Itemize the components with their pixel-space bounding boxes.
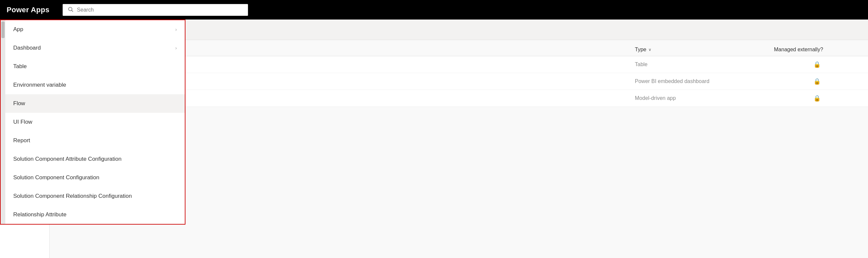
main-layout: + New ∨ Solutions Disp Acco All a My a A…: [0, 20, 868, 258]
search-input[interactable]: [77, 7, 243, 13]
lock-icon-2: 🔒: [813, 78, 820, 85]
row-managed-1: 🔒: [774, 61, 860, 68]
dropdown-item-ui-flow[interactable]: UI Flow: [5, 113, 185, 131]
svg-point-0: [68, 7, 72, 11]
search-box[interactable]: [63, 4, 248, 16]
dropdown-item-sol-comp-config[interactable]: Solution Component Configuration: [5, 169, 185, 187]
dropdown-item-report[interactable]: Report: [5, 131, 185, 150]
search-icon: [67, 6, 73, 13]
chevron-right-icon: ›: [175, 27, 177, 32]
app-title: Power Apps: [7, 6, 49, 14]
dropdown-content: App › Dashboard › Table Environment vari…: [5, 20, 185, 224]
top-bar: Power Apps: [0, 0, 868, 20]
row-type-2: Power BI embedded dashboard: [635, 78, 774, 84]
chevron-right-icon-2: ›: [175, 45, 177, 50]
row-type-3: Model-driven app: [635, 95, 774, 101]
row-managed-3: 🔒: [774, 95, 860, 102]
col-managed-header: Managed externally?: [774, 47, 860, 52]
dropdown-item-env-var[interactable]: Environment variable: [5, 76, 185, 94]
dropdown-item-flow[interactable]: Flow: [5, 94, 185, 113]
row-type-1: Table: [635, 62, 774, 68]
row-managed-2: 🔒: [774, 78, 860, 85]
svg-line-1: [72, 10, 73, 11]
scrollbar-thumb: [1, 22, 5, 38]
dropdown-menu: App › Dashboard › Table Environment vari…: [0, 20, 185, 225]
lock-icon-3: 🔒: [813, 95, 820, 102]
dropdown-item-rel-attr[interactable]: Relationship Attribute: [5, 206, 185, 224]
lock-icon-1: 🔒: [813, 61, 820, 68]
sort-icon[interactable]: ∨: [648, 47, 651, 52]
dropdown-scrollbar[interactable]: [1, 20, 5, 224]
col-type-header: Type ∨: [635, 47, 774, 52]
dropdown-item-sol-comp-rel[interactable]: Solution Component Relationship Configur…: [5, 187, 185, 206]
dropdown-item-app[interactable]: App ›: [5, 20, 185, 39]
dropdown-item-sol-comp-attr[interactable]: Solution Component Attribute Configurati…: [5, 150, 185, 169]
dropdown-item-table[interactable]: Table: [5, 57, 185, 76]
dropdown-item-dashboard[interactable]: Dashboard ›: [5, 39, 185, 57]
